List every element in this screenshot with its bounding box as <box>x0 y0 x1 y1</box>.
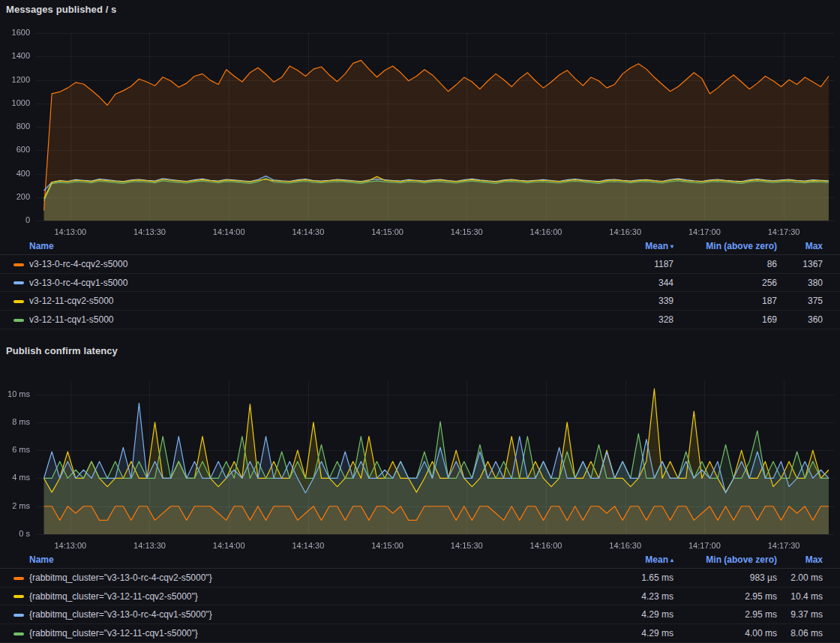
legend-max-value: 8.06 ms <box>777 628 823 638</box>
series-color-swatch[interactable] <box>14 319 24 322</box>
legend-max-value: 9.37 ms <box>777 609 823 620</box>
legend-header-max[interactable]: Max <box>777 554 823 565</box>
legend-row: {rabbitmq_cluster="v3-13-0-rc-4-cqv1-s50… <box>0 605 840 624</box>
legend-mean-value: 4.29 ms <box>561 609 674 620</box>
swatch-cell <box>0 628 29 638</box>
legend-min-value: 169 <box>674 314 777 325</box>
legend-mean-value: 344 <box>561 278 674 288</box>
legend-row: v3-12-11-cqv2-s5000339187375 <box>0 292 840 311</box>
legend-max-value: 375 <box>777 296 823 306</box>
legend-mean-value: 339 <box>561 296 674 306</box>
series-color-swatch[interactable] <box>14 595 24 598</box>
legend-header-min[interactable]: Min (above zero) <box>674 554 777 565</box>
legend-series-name[interactable]: v3-12-11-cqv2-s5000 <box>29 296 114 306</box>
legend-header-row: NameMean▾Min (above zero)Max <box>0 237 840 255</box>
legend-mean-value: 1.65 ms <box>561 572 674 583</box>
messages-published-legend-table: NameMean▾Min (above zero)Maxv3-13-0-rc-4… <box>0 237 840 329</box>
series-color-swatch[interactable] <box>14 577 24 580</box>
legend-row: {rabbitmq_cluster="v3-13-0-rc-4-cqv2-s50… <box>0 569 840 587</box>
publish-confirm-latency-legend-table: NameMean▴Min (above zero)Max{rabbitmq_cl… <box>0 551 840 643</box>
legend-row: {rabbitmq_cluster="v3-12-11-cqv1-s5000"}… <box>0 624 840 643</box>
swatch-cell <box>0 278 29 288</box>
legend-max-value: 360 <box>777 314 823 325</box>
legend-header-max[interactable]: Max <box>777 241 823 251</box>
legend-series-name[interactable]: {rabbitmq_cluster="v3-13-0-rc-4-cqv1-s50… <box>29 609 212 620</box>
legend-min-value: 187 <box>674 296 777 306</box>
panel-title-publish-confirm-latency[interactable]: Publish confirm latency <box>6 345 118 356</box>
legend-min-value: 2.95 ms <box>674 609 777 620</box>
grafana-dashboard: Messages published / s NameMean▾Min (abo… <box>0 0 840 643</box>
sort-direction-icon: ▾ <box>670 243 674 250</box>
legend-min-value: 4.00 ms <box>674 628 777 638</box>
legend-header-name[interactable]: Name <box>29 241 561 251</box>
legend-row: v3-13-0-rc-4-cqv2-s50001187861367 <box>0 255 840 274</box>
series-color-swatch[interactable] <box>14 632 24 635</box>
legend-series-name[interactable]: {rabbitmq_cluster="v3-12-11-cqv1-s5000"} <box>29 628 198 638</box>
legend-mean-value: 4.23 ms <box>561 591 674 602</box>
legend-series-name[interactable]: v3-13-0-rc-4-cqv1-s5000 <box>29 278 128 288</box>
legend-max-value: 10.4 ms <box>777 591 823 602</box>
swatch-cell <box>0 591 29 602</box>
sort-direction-icon: ▴ <box>670 557 674 563</box>
legend-header-name[interactable]: Name <box>29 554 561 565</box>
publish-confirm-latency-chart[interactable] <box>0 366 840 551</box>
legend-min-value: 256 <box>674 278 777 288</box>
messages-published-chart[interactable] <box>0 23 840 237</box>
swatch-cell <box>0 572 29 583</box>
swatch-cell <box>0 296 29 306</box>
series-color-swatch[interactable] <box>14 614 24 617</box>
legend-row: v3-12-11-cqv1-s5000328169360 <box>0 311 840 329</box>
legend-row: v3-13-0-rc-4-cqv1-s5000344256380 <box>0 274 840 293</box>
legend-min-value: 2.95 ms <box>674 591 777 602</box>
series-color-swatch[interactable] <box>14 263 24 266</box>
legend-max-value: 2.00 ms <box>777 572 823 583</box>
swatch-cell <box>0 259 29 269</box>
legend-mean-value: 4.29 ms <box>561 628 674 638</box>
legend-min-value: 86 <box>674 259 777 269</box>
legend-min-value: 983 µs <box>674 572 777 583</box>
legend-header-mean[interactable]: Mean▴ <box>561 554 674 565</box>
legend-mean-value: 328 <box>561 314 674 325</box>
legend-series-name[interactable]: {rabbitmq_cluster="v3-13-0-rc-4-cqv2-s50… <box>29 572 212 583</box>
series-color-swatch[interactable] <box>14 281 24 284</box>
legend-header-mean[interactable]: Mean▾ <box>561 241 674 251</box>
legend-header-min[interactable]: Min (above zero) <box>674 241 777 251</box>
swatch-cell <box>0 609 29 620</box>
legend-row: {rabbitmq_cluster="v3-12-11-cqv2-s5000"}… <box>0 587 840 606</box>
legend-series-name[interactable]: v3-12-11-cqv1-s5000 <box>29 314 114 325</box>
legend-series-name[interactable]: {rabbitmq_cluster="v3-12-11-cqv2-s5000"} <box>29 591 198 602</box>
legend-header-row: NameMean▴Min (above zero)Max <box>0 551 840 569</box>
panel-title-messages-published[interactable]: Messages published / s <box>6 4 116 15</box>
legend-max-value: 380 <box>777 278 823 288</box>
legend-mean-value: 1187 <box>561 259 674 269</box>
legend-max-value: 1367 <box>777 259 823 269</box>
swatch-cell <box>0 314 29 325</box>
legend-series-name[interactable]: v3-13-0-rc-4-cqv2-s5000 <box>29 259 128 269</box>
series-color-swatch[interactable] <box>14 300 24 303</box>
